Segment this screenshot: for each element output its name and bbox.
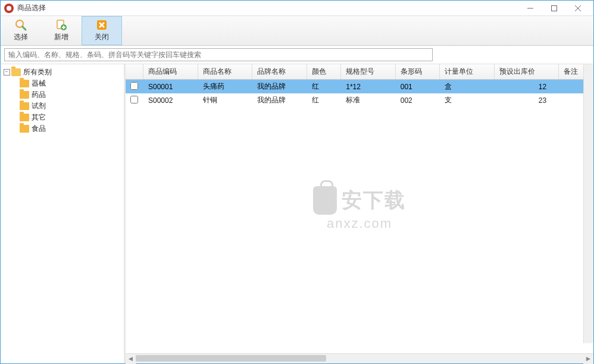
close-tab-button[interactable]: 关闭 <box>82 16 122 45</box>
scroll-right-icon[interactable]: ► <box>583 354 593 364</box>
folder-icon <box>20 102 29 110</box>
new-label: 新增 <box>54 32 68 42</box>
maximize-button[interactable] <box>542 1 566 16</box>
scroll-thumb[interactable] <box>136 355 326 362</box>
cell-unit: 盒 <box>440 80 495 94</box>
checkbox-header <box>126 64 143 80</box>
window: 商品选择 选择 新增 关闭 <box>0 0 594 364</box>
cell-brand: 我的品牌 <box>252 80 307 94</box>
magnifier-icon <box>15 19 27 31</box>
minimize-button[interactable] <box>518 1 542 16</box>
folder-open-icon <box>11 68 21 76</box>
tree-label: 食品 <box>32 124 46 134</box>
watermark-text: 安下载 <box>342 187 406 214</box>
column-header[interactable]: 预设出库价 <box>494 64 558 80</box>
tree-item[interactable]: 器械 <box>1 78 124 89</box>
shield-icon <box>313 186 337 215</box>
select-button[interactable]: 选择 <box>1 16 41 45</box>
cell-barcode: 002 <box>395 93 440 107</box>
column-header[interactable]: 计量单位 <box>440 64 495 80</box>
content: 所有类别 器械药品试剂其它食品 商品编码商品名称品牌名称颜色规格型号条形码计量单… <box>1 64 593 363</box>
search-row <box>1 46 593 64</box>
tree-item[interactable]: 其它 <box>1 112 124 123</box>
search-input[interactable] <box>4 48 433 61</box>
column-header[interactable]: 颜色 <box>307 64 341 80</box>
table-wrap: 商品编码商品名称品牌名称颜色规格型号条形码计量单位预设出库价备注 S00001头… <box>126 64 593 353</box>
row-checkbox-cell <box>126 93 143 107</box>
app-icon <box>4 4 14 13</box>
watermark-url: anxz.com <box>313 216 406 231</box>
sidebar: 所有类别 器械药品试剂其它食品 <box>1 64 126 363</box>
row-checkbox[interactable] <box>130 82 138 90</box>
folder-icon <box>20 114 29 121</box>
svg-line-5 <box>23 27 26 30</box>
scroll-track[interactable] <box>136 354 583 363</box>
tree-item[interactable]: 食品 <box>1 123 124 134</box>
scroll-left-icon[interactable]: ◄ <box>126 354 136 364</box>
column-header[interactable]: 商品名称 <box>198 64 252 80</box>
toolbar: 选择 新增 关闭 <box>1 16 593 46</box>
folder-icon <box>20 80 29 87</box>
tree-label: 器械 <box>32 79 46 89</box>
collapse-icon[interactable] <box>3 69 10 76</box>
cell-code: S00002 <box>143 93 198 107</box>
cell-price: 23 <box>494 93 558 107</box>
vertical-scrollbar[interactable] <box>583 64 593 343</box>
column-header[interactable]: 规格型号 <box>341 64 396 80</box>
cell-spec: 标准 <box>341 93 396 107</box>
window-controls <box>518 1 590 16</box>
folder-icon <box>20 91 29 99</box>
cell-color: 红 <box>307 93 341 107</box>
row-checkbox-cell <box>126 80 143 94</box>
select-label: 选择 <box>14 32 28 42</box>
cell-name: 头痛药 <box>198 80 252 94</box>
column-header[interactable]: 品牌名称 <box>252 64 307 80</box>
cell-price: 12 <box>494 80 558 94</box>
column-header[interactable]: 条形码 <box>395 64 440 80</box>
horizontal-scrollbar[interactable]: ◄ ► <box>126 353 593 363</box>
watermark: 安下载 anxz.com <box>313 186 406 231</box>
main-panel: 商品编码商品名称品牌名称颜色规格型号条形码计量单位预设出库价备注 S00001头… <box>126 64 593 363</box>
tree-label: 其它 <box>32 112 46 123</box>
cell-color: 红 <box>307 80 341 94</box>
cell-name: 针铜 <box>198 93 252 107</box>
cell-barcode: 001 <box>395 80 440 94</box>
svg-rect-1 <box>552 5 557 11</box>
cell-code: S00001 <box>143 80 198 94</box>
cell-spec: 1*12 <box>341 80 396 94</box>
row-checkbox[interactable] <box>130 96 138 103</box>
folder-icon <box>20 125 29 133</box>
cell-brand: 我的品牌 <box>252 93 307 107</box>
new-button[interactable]: 新增 <box>41 16 82 45</box>
table-row[interactable]: S00002针铜我的品牌红标准002支23 <box>126 93 593 107</box>
product-table: 商品编码商品名称品牌名称颜色规格型号条形码计量单位预设出库价备注 S00001头… <box>126 64 593 107</box>
tree-label: 药品 <box>32 90 46 100</box>
titlebar: 商品选择 <box>1 1 593 16</box>
column-header[interactable]: 商品编码 <box>143 64 198 80</box>
window-title: 商品选择 <box>17 3 518 13</box>
tree-root[interactable]: 所有类别 <box>1 67 124 78</box>
tree-item[interactable]: 试剂 <box>1 101 124 112</box>
cell-unit: 支 <box>440 93 495 107</box>
tree-item[interactable]: 药品 <box>1 89 124 101</box>
close-tab-label: 关闭 <box>95 32 109 42</box>
document-plus-icon <box>55 19 67 31</box>
table-row[interactable]: S00001头痛药我的品牌红1*12001盒12 <box>126 80 593 94</box>
close-x-icon <box>96 19 108 31</box>
tree-root-label: 所有类别 <box>23 67 52 77</box>
tree-label: 试剂 <box>32 101 46 111</box>
close-button[interactable] <box>566 1 590 16</box>
